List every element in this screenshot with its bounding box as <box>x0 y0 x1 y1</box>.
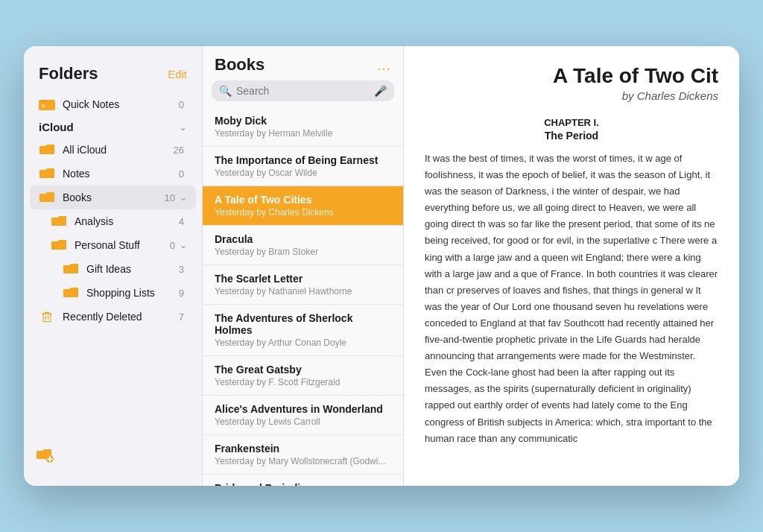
books-label: Books <box>63 191 165 203</box>
all-icloud-icon <box>39 143 55 156</box>
all-icloud-label: All iCloud <box>63 144 174 156</box>
search-input[interactable] <box>236 85 374 97</box>
all-icloud-count: 26 <box>174 145 184 156</box>
search-icon: 🔍 <box>219 85 232 97</box>
note-title: Frankenstein <box>215 443 391 455</box>
recently-deleted-label: Recently Deleted <box>63 311 179 323</box>
sidebar-item-recently-deleted[interactable]: Recently Deleted 7 <box>24 305 202 329</box>
quick-notes-icon: ≡ <box>39 98 55 111</box>
note-meta: Yesterday by Mary Wollstonecraft (Godwi.… <box>215 456 391 466</box>
analysis-count: 4 <box>179 216 184 227</box>
sidebar-item-books[interactable]: Books 10 ⌄ <box>30 186 196 209</box>
note-title: The Great Gatsby <box>215 364 391 376</box>
note-title: The Importance of Being Earnest <box>215 154 391 166</box>
icloud-label: iCloud <box>39 121 74 133</box>
analysis-icon <box>51 215 67 228</box>
mic-icon[interactable]: 🎤 <box>374 85 387 97</box>
sidebar-item-shopping-lists[interactable]: Shopping Lists 9 <box>24 281 202 305</box>
sidebar-header: Folders Edit <box>24 58 202 92</box>
content-chapter-title: The Period <box>425 130 718 142</box>
note-item-tale-two-cities[interactable]: A Tale of Two Cities Yesterday by Charle… <box>203 186 403 226</box>
personal-stuff-chevron: ⌄ <box>180 240 187 250</box>
note-item-pride-prejudice[interactable]: Pride and Prejudice Yesterday By Jane Au… <box>203 475 403 486</box>
content-pane: A Tale of Two Cit by Charles Dickens CHA… <box>404 46 739 486</box>
svg-rect-1 <box>39 101 46 102</box>
notes-count: 0 <box>179 168 184 180</box>
note-meta: Yesterday by Lewis Carroll <box>215 417 391 427</box>
notes-menu-icon[interactable]: … <box>376 57 391 74</box>
trash-icon <box>39 310 55 323</box>
sidebar-item-personal-stuff[interactable]: Personal Stuff 0 ⌄ <box>24 233 202 257</box>
sidebar-bottom <box>24 440 202 474</box>
shopping-lists-label: Shopping Lists <box>86 287 179 299</box>
note-meta: Yesterday by F. Scott Fitzgerald <box>215 377 391 387</box>
note-item-sherlock[interactable]: The Adventures of Sherlock Holmes Yester… <box>203 305 403 356</box>
notes-list-panel: Books … 🔍 🎤 Moby Dick Yesterday by Herma… <box>203 46 404 486</box>
books-icon <box>39 191 55 204</box>
note-meta: Yesterday by Charles Dickens <box>215 207 391 218</box>
sidebar-item-all-icloud[interactable]: All iCloud 26 <box>24 138 202 162</box>
shopping-lists-count: 9 <box>179 288 184 299</box>
content-body-text: It was the best of times, it was the wor… <box>425 151 718 468</box>
note-item-importance[interactable]: The Importance of Being Earnest Yesterda… <box>203 147 403 186</box>
note-meta: Yesterday by Oscar Wilde <box>215 168 391 178</box>
notes-list-title: Books <box>215 55 265 75</box>
gift-ideas-label: Gift Ideas <box>86 263 179 275</box>
gift-ideas-count: 3 <box>179 264 184 275</box>
note-item-alice[interactable]: Alice's Adventures in Wonderland Yesterd… <box>203 396 403 435</box>
note-title: Moby Dick <box>215 115 391 127</box>
analysis-label: Analysis <box>75 215 179 227</box>
personal-stuff-count: 0 <box>170 240 175 251</box>
sidebar-item-analysis[interactable]: Analysis 4 <box>24 209 202 233</box>
quick-notes-label: Quick Notes <box>63 98 179 110</box>
sidebar-item-gift-ideas[interactable]: Gift Ideas 3 <box>24 257 202 281</box>
note-item-dracula[interactable]: Dracula Yesterday by Bram Stoker <box>203 226 403 265</box>
books-count: 10 <box>165 192 175 203</box>
sidebar-item-notes[interactable]: Notes 0 <box>24 162 202 186</box>
note-item-frankenstein[interactable]: Frankenstein Yesterday by Mary Wollstone… <box>203 435 403 475</box>
edit-button[interactable]: Edit <box>168 68 187 80</box>
sidebar: Folders Edit ≡ Quick Notes 0 iCloud ⌄ Al… <box>24 46 203 486</box>
svg-rect-3 <box>43 314 51 322</box>
note-meta: Yesterday by Nathaniel Hawthorne <box>215 286 391 297</box>
content-book-title: A Tale of Two Cit <box>425 64 718 88</box>
note-title: Alice's Adventures in Wonderland <box>215 403 391 415</box>
svg-text:≡: ≡ <box>42 103 45 110</box>
shopping-lists-icon <box>63 286 79 300</box>
personal-stuff-label: Personal Stuff <box>75 239 170 251</box>
notes-folder-icon <box>39 167 55 180</box>
note-item-moby-dick[interactable]: Moby Dick Yesterday by Herman Melville <box>203 107 403 147</box>
personal-stuff-icon <box>51 238 67 252</box>
icloud-section-header: iCloud ⌄ <box>24 116 202 138</box>
content-book-author: by Charles Dickens <box>425 89 718 102</box>
new-folder-icon[interactable] <box>36 448 54 466</box>
note-title: Dracula <box>215 233 391 245</box>
app-container: Folders Edit ≡ Quick Notes 0 iCloud ⌄ Al… <box>24 46 739 486</box>
note-title: The Scarlet Letter <box>215 273 391 285</box>
content-chapter: CHAPTER I. <box>425 117 718 128</box>
note-item-scarlet-letter[interactable]: The Scarlet Letter Yesterday by Nathanie… <box>203 265 403 305</box>
note-title: Pride and Prejudice <box>215 482 391 486</box>
note-meta: Yesterday by Arthur Conan Doyle <box>215 338 391 348</box>
sidebar-item-quick-notes[interactable]: ≡ Quick Notes 0 <box>24 92 202 116</box>
sidebar-title: Folders <box>39 64 98 83</box>
quick-notes-count: 0 <box>179 99 184 110</box>
note-meta: Yesterday by Bram Stoker <box>215 247 391 257</box>
icloud-chevron: ⌄ <box>179 121 187 133</box>
notes-list-header: Books … <box>203 46 403 80</box>
books-chevron: ⌄ <box>180 192 187 203</box>
gift-ideas-icon <box>63 262 79 276</box>
note-item-gatsby[interactable]: The Great Gatsby Yesterday by F. Scott F… <box>203 356 403 396</box>
note-meta: Yesterday by Herman Melville <box>215 128 391 139</box>
search-bar: 🔍 🎤 <box>212 80 394 101</box>
recently-deleted-count: 7 <box>179 311 184 323</box>
note-title: A Tale of Two Cities <box>215 194 391 206</box>
notes-label: Notes <box>63 168 179 180</box>
note-title: The Adventures of Sherlock Holmes <box>215 312 391 336</box>
